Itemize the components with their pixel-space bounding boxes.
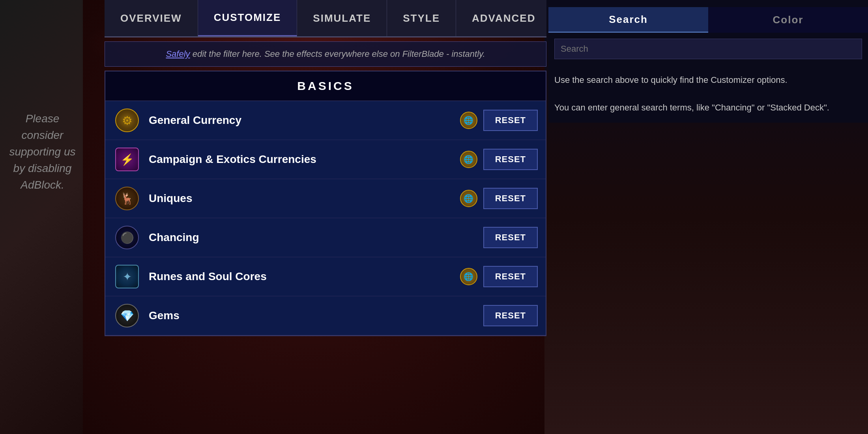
gems-icon-shape: 💎 — [115, 304, 139, 327]
actions-uniques: 🌐 RESET — [460, 188, 538, 209]
right-panel: Search Color Use the search above to qui… — [548, 0, 868, 434]
search-help-text: Use the search above to quickly find the… — [548, 65, 868, 123]
search-help-line2: You can enter general search terms, like… — [554, 103, 829, 112]
reset-button-general-currency[interactable]: RESET — [483, 110, 538, 131]
right-tab-color[interactable]: Color — [708, 7, 868, 33]
icon-uniques: 🦌 — [113, 185, 141, 212]
list-item-uniques[interactable]: 🦌 Uniques 🌐 RESET — [105, 179, 546, 218]
label-uniques: Uniques — [149, 192, 460, 205]
globe-icon-general-currency[interactable]: 🌐 — [460, 112, 477, 129]
sidebar-bg: Please consider supporting us by disabli… — [0, 0, 83, 434]
list-item-general-currency[interactable]: General Currency 🌐 RESET — [105, 101, 546, 140]
search-input[interactable] — [554, 39, 862, 59]
reset-button-uniques[interactable]: RESET — [483, 188, 538, 209]
right-panel-tabs: Search Color — [548, 7, 868, 33]
list-item-campaign-exotics[interactable]: ⚡ Campaign & Exotics Currencies 🌐 RESET — [105, 140, 546, 179]
icon-general-currency — [113, 107, 141, 134]
reset-button-gems[interactable]: RESET — [483, 305, 538, 326]
tab-style[interactable]: STYLE — [387, 0, 456, 36]
actions-campaign-exotics: 🌐 RESET — [460, 149, 538, 170]
info-bar: Safely edit the filter here. See the eff… — [105, 41, 546, 67]
label-gems: Gems — [149, 309, 483, 322]
adblock-message: Please consider supporting us by disabli… — [8, 110, 77, 193]
tab-overview[interactable]: OVERVIEW — [105, 0, 198, 36]
search-help-line1: Use the search above to quickly find the… — [554, 75, 788, 85]
main-content: OVERVIEW CUSTOMIZE SIMULATE STYLE ADVANC… — [105, 0, 546, 434]
list-item-chancing[interactable]: ⚫ Chancing RESET — [105, 218, 546, 257]
label-runes: Runes and Soul Cores — [149, 270, 460, 283]
nav-tabs: OVERVIEW CUSTOMIZE SIMULATE STYLE ADVANC… — [105, 0, 546, 37]
right-top-bar — [548, 0, 868, 7]
tab-advanced[interactable]: ADVANCED — [456, 0, 552, 36]
search-container — [548, 33, 868, 65]
basics-section: BASICS General Currency 🌐 RESET ⚡ Campai… — [105, 71, 546, 336]
icon-gems: 💎 — [113, 302, 141, 329]
icon-chancing: ⚫ — [113, 224, 141, 251]
reset-button-campaign-exotics[interactable]: RESET — [483, 149, 538, 170]
list-item-gems[interactable]: 💎 Gems RESET — [105, 296, 546, 335]
list-item-runes[interactable]: ✦ Runes and Soul Cores 🌐 RESET — [105, 257, 546, 296]
actions-runes: 🌐 RESET — [460, 266, 538, 287]
reset-button-chancing[interactable]: RESET — [483, 227, 538, 248]
icon-campaign-exotics: ⚡ — [113, 146, 141, 173]
label-campaign-exotics: Campaign & Exotics Currencies — [149, 153, 460, 166]
basics-header: BASICS — [105, 71, 546, 101]
globe-icon-runes[interactable]: 🌐 — [460, 268, 477, 285]
actions-chancing: RESET — [483, 227, 538, 248]
chancing-icon-shape: ⚫ — [115, 226, 139, 249]
icon-runes: ✦ — [113, 263, 141, 290]
campaign-icon-shape: ⚡ — [115, 148, 139, 171]
label-chancing: Chancing — [149, 231, 483, 244]
reset-button-runes[interactable]: RESET — [483, 266, 538, 287]
tab-simulate[interactable]: SIMULATE — [297, 0, 387, 36]
globe-icon-uniques[interactable]: 🌐 — [460, 190, 477, 207]
safely-link[interactable]: Safely — [166, 49, 190, 59]
currency-icon-shape — [115, 108, 139, 132]
runes-icon-shape: ✦ — [115, 265, 139, 288]
uniques-icon-shape: 🦌 — [115, 187, 139, 210]
globe-icon-campaign-exotics[interactable]: 🌐 — [460, 151, 477, 168]
right-tab-search[interactable]: Search — [548, 7, 708, 33]
tab-customize[interactable]: CUSTOMIZE — [198, 0, 297, 36]
label-general-currency: General Currency — [149, 114, 460, 127]
actions-gems: RESET — [483, 305, 538, 326]
actions-general-currency: 🌐 RESET — [460, 110, 538, 131]
